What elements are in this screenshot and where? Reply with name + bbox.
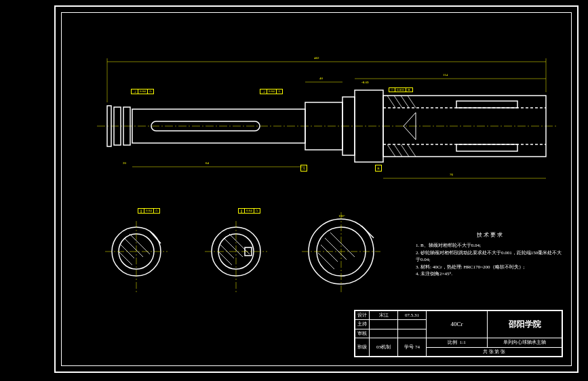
- gdt-tol: 0.04: [138, 89, 148, 94]
- svg-line-13: [394, 96, 402, 108]
- scale-label: 比例: [448, 340, 457, 345]
- title-block-table: 设计 宋江 07.5.31 40Cr 邵阳学院 主持 审核: [355, 310, 562, 357]
- gdt-datum: A: [148, 89, 153, 94]
- gdt-datum: B: [406, 88, 411, 92]
- technical-requirements: 技术要求 1. B、轴颈对相邻轮不大于0.04; 2. 砂轮轴颈对相邻段跳动比要…: [416, 231, 565, 278]
- tech-req-item: 3. 材料: 40Cr，热处理: HRC170~200（略软不时失）;: [416, 264, 565, 271]
- part-name: 单列向心球轴承主轴: [488, 338, 562, 347]
- datum-A: A: [300, 165, 307, 172]
- gdt-tol: 0.04: [245, 209, 254, 213]
- sn-label: 学号: [404, 344, 414, 350]
- cad-viewport: 462 114 40 64 76 -8.09 100° 20 ⊥ 0.04 A …: [0, 0, 588, 381]
- svg-rect-21: [456, 144, 517, 151]
- svg-line-37: [321, 245, 338, 262]
- dim-overall: 462: [314, 56, 319, 60]
- gdt-symbol: ○: [390, 88, 395, 92]
- scale-value: 1:1: [460, 340, 466, 345]
- svg-line-25: [124, 238, 143, 257]
- svg-line-27: [119, 252, 132, 265]
- svg-rect-20: [456, 101, 517, 108]
- material: 40Cr: [427, 311, 488, 338]
- gdt-frame-3: ○ 0.001 B: [389, 87, 413, 92]
- svg-line-40: [318, 253, 334, 269]
- dim-seg-slot: 64: [205, 161, 209, 165]
- shaft-drawing: [70, 21, 572, 360]
- svg-line-18: [401, 144, 409, 157]
- sheet-info: 共 张 第 张: [427, 347, 562, 356]
- gdt-datum: A: [254, 209, 260, 213]
- gdt-symbol: ⊥: [261, 89, 267, 94]
- dim-seg-r1: 40: [319, 77, 323, 80]
- gdt-frame-2: ⊥ 0.04 A: [260, 89, 283, 94]
- class-value: 03机制: [370, 338, 398, 357]
- gdt-frame-4: ∥ 0.04 A: [138, 208, 160, 214]
- dim-seg-r3: 76: [450, 173, 453, 176]
- designer-label: 设计: [355, 311, 370, 320]
- inner-border: 462 114 40 64 76 -8.09 100° 20 ⊥ 0.04 A …: [61, 12, 572, 366]
- tech-req-item: 2. 砂轮轴颈对相邻段跳动比要求处不大于0.001，距轮端150毫米处不大于0.…: [416, 249, 565, 264]
- designer-name: 宋江: [370, 311, 398, 320]
- svg-line-16: [387, 144, 395, 157]
- svg-line-39: [330, 233, 355, 257]
- svg-line-34: [218, 252, 232, 265]
- gdt-symbol: ∥: [239, 209, 245, 213]
- school: 邵阳学院: [488, 311, 562, 338]
- gdt-frame-5: ∥ 0.04 A: [238, 208, 260, 214]
- svg-line-19: [408, 144, 416, 157]
- dim-angle: 100°: [338, 214, 345, 218]
- class-label: 班级: [355, 338, 370, 357]
- svg-line-12: [387, 96, 395, 108]
- svg-line-38: [325, 238, 347, 260]
- outer-border: 462 114 40 64 76 -8.09 100° 20 ⊥ 0.04 A …: [54, 5, 579, 373]
- gdt-symbol: ⊥: [132, 89, 138, 94]
- dim-seg-r2: 114: [443, 73, 448, 77]
- svg-line-17: [394, 144, 402, 157]
- tech-req-heading: 技术要求: [416, 231, 565, 239]
- dim-left: 20: [123, 161, 126, 165]
- date: 07.5.31: [398, 311, 427, 320]
- review-label: 审核: [355, 329, 370, 338]
- gdt-datum: A: [154, 209, 159, 213]
- svg-line-14: [401, 96, 409, 108]
- gdt-tol: 0.04: [144, 209, 154, 213]
- datum-B: B: [375, 165, 382, 172]
- tech-req-item: 4. 未注倒角2×45°.: [416, 270, 565, 278]
- gdt-frame-1: ⊥ 0.04 A: [131, 89, 154, 94]
- drawing-canvas: 462 114 40 64 76 -8.09 100° 20 ⊥ 0.04 A …: [70, 21, 563, 357]
- gdt-datum: A: [277, 89, 282, 94]
- gdt-tol: 0.001: [395, 88, 406, 92]
- title-block: 设计 宋江 07.5.31 40Cr 邵阳学院 主持 审核: [354, 310, 563, 357]
- svg-line-15: [408, 96, 416, 108]
- dim-shoulder: -8.09: [361, 81, 368, 84]
- svg-line-32: [224, 238, 243, 257]
- tech-req-item: 1. B、轴颈对相邻轮不大于0.04;: [416, 242, 565, 249]
- gdt-tol: 0.04: [267, 89, 277, 94]
- gdt-symbol: ∥: [139, 209, 144, 213]
- sn-value: 74: [415, 344, 420, 350]
